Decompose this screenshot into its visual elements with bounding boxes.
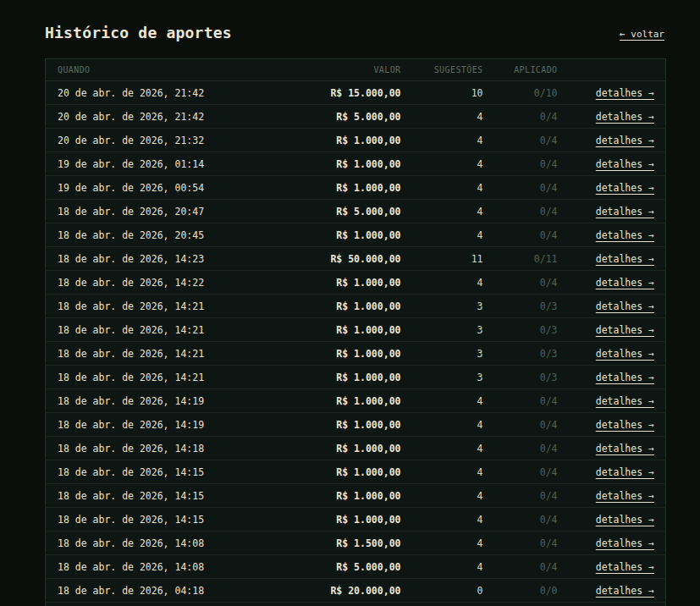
cell-detalhes: detalhes →: [558, 389, 666, 413]
cell-detalhes: detalhes →: [558, 200, 666, 223]
cell-quando: 19 de abr. de 2026, 01:14: [46, 152, 253, 176]
cell-quando: 18 de abr. de 2026, 14:19: [46, 389, 253, 413]
details-link[interactable]: detalhes →: [596, 395, 654, 407]
details-link[interactable]: detalhes →: [596, 111, 654, 123]
cell-sugestoes: 4: [401, 555, 483, 579]
cell-valor: R$ 5.000,00: [253, 200, 401, 223]
details-link[interactable]: detalhes →: [596, 585, 654, 597]
cell-detalhes: detalhes →: [558, 484, 666, 508]
cell-quando: 18 de abr. de 2026, 14:21: [46, 366, 253, 389]
cell-sugestoes: 4: [401, 532, 483, 555]
details-link[interactable]: detalhes →: [596, 158, 654, 170]
details-link[interactable]: detalhes →: [596, 466, 654, 478]
cell-aplicado: 0/4: [483, 176, 558, 200]
cell-sugestoes: 0: [401, 579, 483, 603]
cell-quando: 18 de abr. de 2026, 20:45: [46, 223, 253, 247]
cell-valor: R$ 1.000,00: [253, 389, 401, 413]
cell-valor: R$ 15.000,00: [253, 81, 401, 105]
cell-detalhes: detalhes →: [558, 105, 666, 129]
cell-aplicado: 0/10: [483, 81, 558, 105]
cell-sugestoes: 4: [401, 460, 483, 484]
cell-detalhes: detalhes →: [558, 579, 666, 603]
cell-valor: R$ 1.000,00: [253, 295, 401, 318]
cell-detalhes: detalhes →: [558, 532, 666, 555]
table-row-partial: [46, 603, 666, 606]
page-title: Histórico de aportes: [45, 24, 232, 41]
details-link[interactable]: detalhes →: [596, 277, 654, 289]
details-link[interactable]: detalhes →: [596, 514, 654, 526]
cell-detalhes: detalhes →: [558, 318, 666, 342]
cell-quando: 18 de abr. de 2026, 20:47: [46, 200, 253, 223]
details-link[interactable]: detalhes →: [596, 87, 654, 99]
cell-sugestoes: 4: [401, 152, 483, 176]
page-header: Histórico de aportes ← voltar: [45, 24, 664, 41]
cell-quando: 18 de abr. de 2026, 14:22: [46, 271, 253, 295]
cell-aplicado: 0/3: [483, 366, 558, 389]
details-link[interactable]: detalhes →: [596, 135, 654, 146]
details-link[interactable]: detalhes →: [596, 443, 654, 454]
table-row: 18 de abr. de 2026, 14:21 R$ 1.000,00 3 …: [46, 342, 666, 366]
cell-sugestoes: 4: [401, 508, 483, 532]
table-row: 18 de abr. de 2026, 14:15 R$ 1.000,00 4 …: [46, 484, 666, 508]
cell-valor: R$ 1.000,00: [253, 342, 401, 366]
column-header-quando: QUANDO: [46, 59, 253, 81]
cell-quando: 18 de abr. de 2026, 14:21: [46, 318, 253, 342]
cell-valor: R$ 1.000,00: [253, 318, 401, 342]
table-row: 19 de abr. de 2026, 00:54 R$ 1.000,00 4 …: [46, 176, 666, 200]
cell-quando: 20 de abr. de 2026, 21:32: [46, 129, 253, 152]
table-row: 18 de abr. de 2026, 14:23 R$ 50.000,00 1…: [46, 247, 666, 271]
cell-sugestoes: 4: [401, 413, 483, 437]
cell-aplicado: 0/4: [483, 223, 558, 247]
cell-valor: R$ 1.000,00: [253, 508, 401, 532]
cell-aplicado: 0/3: [483, 318, 558, 342]
table-row: 18 de abr. de 2026, 14:21 R$ 1.000,00 3 …: [46, 366, 666, 389]
details-link[interactable]: detalhes →: [596, 372, 654, 383]
table-row: 18 de abr. de 2026, 04:18 R$ 20.000,00 0…: [46, 579, 666, 603]
cell-detalhes: detalhes →: [558, 295, 666, 318]
cell-aplicado: 0/4: [483, 152, 558, 176]
table-row: 18 de abr. de 2026, 14:21 R$ 1.000,00 3 …: [46, 295, 666, 318]
details-link[interactable]: detalhes →: [596, 419, 654, 431]
cell-quando: 19 de abr. de 2026, 00:54: [46, 176, 253, 200]
details-link[interactable]: detalhes →: [596, 490, 654, 502]
cell-sugestoes: 4: [401, 223, 483, 247]
cell-valor: R$ 1.000,00: [253, 271, 401, 295]
table-row: 18 de abr. de 2026, 20:47 R$ 5.000,00 4 …: [46, 200, 666, 223]
cell-detalhes: detalhes →: [558, 271, 666, 295]
cell-sugestoes: 3: [401, 295, 483, 318]
table-row: 20 de abr. de 2026, 21:42 R$ 15.000,00 1…: [46, 81, 666, 105]
cell-aplicado: 0/4: [483, 200, 558, 223]
cell-aplicado: 0/4: [483, 532, 558, 555]
table-row: 20 de abr. de 2026, 21:42 R$ 5.000,00 4 …: [46, 105, 666, 129]
table-row: 18 de abr. de 2026, 14:15 R$ 1.000,00 4 …: [46, 460, 666, 484]
details-link[interactable]: detalhes →: [596, 229, 654, 241]
table-row: 18 de abr. de 2026, 14:08 R$ 1.500,00 4 …: [46, 532, 666, 555]
cell-detalhes: detalhes →: [558, 176, 666, 200]
details-link[interactable]: detalhes →: [596, 537, 654, 549]
details-link[interactable]: detalhes →: [596, 324, 654, 336]
cell-sugestoes: 4: [401, 437, 483, 460]
details-link[interactable]: detalhes →: [596, 253, 654, 265]
cell-aplicado: 0/4: [483, 413, 558, 437]
back-link[interactable]: ← voltar: [620, 29, 664, 41]
cell-aplicado: 0/4: [483, 105, 558, 129]
cell-sugestoes: 4: [401, 484, 483, 508]
cell-aplicado: 0/3: [483, 295, 558, 318]
contributions-table-wrap: QUANDO VALOR SUGESTÕES APLICADO 20 de ab…: [45, 58, 664, 606]
cell-detalhes: detalhes →: [558, 413, 666, 437]
column-header-detalhes: [558, 59, 666, 81]
details-link[interactable]: detalhes →: [596, 182, 654, 194]
table-row: 18 de abr. de 2026, 14:18 R$ 1.000,00 4 …: [46, 437, 666, 460]
table-row: 20 de abr. de 2026, 21:32 R$ 1.000,00 4 …: [46, 129, 666, 152]
details-link[interactable]: detalhes →: [596, 300, 654, 312]
cell-detalhes: detalhes →: [558, 81, 666, 105]
cell-valor: R$ 1.000,00: [253, 129, 401, 152]
table-row: 18 de abr. de 2026, 14:19 R$ 1.000,00 4 …: [46, 413, 666, 437]
cell-aplicado: 0/4: [483, 129, 558, 152]
cell-aplicado: 0/4: [483, 460, 558, 484]
details-link[interactable]: detalhes →: [596, 348, 654, 360]
cell-detalhes: detalhes →: [558, 460, 666, 484]
table-row: 18 de abr. de 2026, 14:19 R$ 1.000,00 4 …: [46, 389, 666, 413]
details-link[interactable]: detalhes →: [596, 561, 654, 573]
details-link[interactable]: detalhes →: [596, 206, 654, 218]
